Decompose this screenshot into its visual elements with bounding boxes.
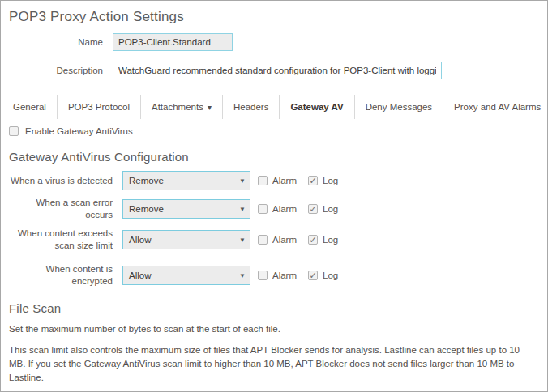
log-label: Log <box>323 235 338 245</box>
content-encrypted-log-checkbox[interactable]: ✓ <box>308 271 318 280</box>
tab-deny-messages[interactable]: Deny Messages <box>355 95 443 119</box>
exceeds-scan-size-log-checkbox[interactable]: ✓ <box>308 235 318 245</box>
virus-detected-log-checkbox[interactable]: ✓ <box>308 176 318 185</box>
description-input[interactable] <box>113 62 442 79</box>
scan-error-row: When a scan error occurs Remove ▼ Alarm … <box>7 197 547 221</box>
exceeds-scan-size-alarm-checkbox[interactable] <box>258 235 268 245</box>
enable-antivirus-row: Enable Gateway AntiVirus <box>9 126 547 136</box>
description-label: Description <box>7 65 103 76</box>
virus-detected-label: When a virus is detected <box>7 175 113 187</box>
description-row: Description <box>7 62 547 79</box>
content-encrypted-select[interactable]: Allow ▼ <box>122 266 250 285</box>
tab-bar: General POP3 Protocol Attachments▾ Heade… <box>1 95 547 119</box>
enable-antivirus-checkbox[interactable] <box>9 126 19 136</box>
file-scan-description-2: This scan limit also controls the maximu… <box>9 343 536 384</box>
enable-antivirus-label: Enable Gateway AntiVirus <box>25 126 133 136</box>
name-label: Name <box>7 36 103 48</box>
scan-error-label: When a scan error occurs <box>7 197 113 221</box>
tab-headers[interactable]: Headers <box>223 95 280 119</box>
exceeds-scan-size-select[interactable]: Allow ▼ <box>122 230 250 249</box>
alarm-label: Alarm <box>272 271 297 280</box>
tab-proxy-and-av-alarms[interactable]: Proxy and AV Alarms <box>443 95 548 119</box>
alarm-label: Alarm <box>272 204 297 214</box>
caret-down-icon: ▾ <box>208 103 212 112</box>
tab-gateway-av[interactable]: Gateway AV <box>280 95 354 119</box>
name-row: Name <box>7 33 547 51</box>
alarm-label: Alarm <box>272 176 297 185</box>
page-title: POP3 Proxy Action Settings <box>9 9 547 25</box>
select-arrow-icon: ▼ <box>239 236 246 244</box>
pop3-proxy-settings-page: POP3 Proxy Action Settings Name Descript… <box>0 0 548 392</box>
log-label: Log <box>323 271 338 280</box>
file-scan-heading: File Scan <box>9 301 547 315</box>
gateway-av-config-heading: Gateway AntiVirus Configuration <box>9 150 547 164</box>
log-label: Log <box>323 176 338 185</box>
exceeds-scan-size-label: When content exceeds scan size limit <box>7 228 113 252</box>
log-label: Log <box>323 204 338 214</box>
virus-detected-alarm-checkbox[interactable] <box>258 176 268 185</box>
name-input[interactable] <box>113 33 233 51</box>
content-encrypted-row: When content is encrypted Allow ▼ Alarm … <box>7 263 547 288</box>
scan-error-log-checkbox[interactable]: ✓ <box>308 204 318 214</box>
content-encrypted-alarm-checkbox[interactable] <box>258 271 268 280</box>
file-scan-description-1: Set the maximum number of bytes to scan … <box>9 322 536 336</box>
scan-error-select[interactable]: Remove ▼ <box>122 199 250 219</box>
virus-detected-row: When a virus is detected Remove ▼ Alarm … <box>7 171 547 190</box>
scan-error-alarm-checkbox[interactable] <box>258 204 268 214</box>
select-arrow-icon: ▼ <box>239 177 246 185</box>
select-arrow-icon: ▼ <box>239 206 246 213</box>
exceeds-scan-size-row: When content exceeds scan size limit All… <box>7 228 547 252</box>
tab-attachments[interactable]: Attachments▾ <box>141 95 223 119</box>
virus-detected-select[interactable]: Remove ▼ <box>122 171 250 190</box>
tab-general[interactable]: General <box>1 95 58 119</box>
tab-pop3-protocol[interactable]: POP3 Protocol <box>58 95 141 119</box>
select-arrow-icon: ▼ <box>239 272 246 279</box>
alarm-label: Alarm <box>272 235 297 245</box>
content-encrypted-label: When content is encrypted <box>7 263 113 288</box>
